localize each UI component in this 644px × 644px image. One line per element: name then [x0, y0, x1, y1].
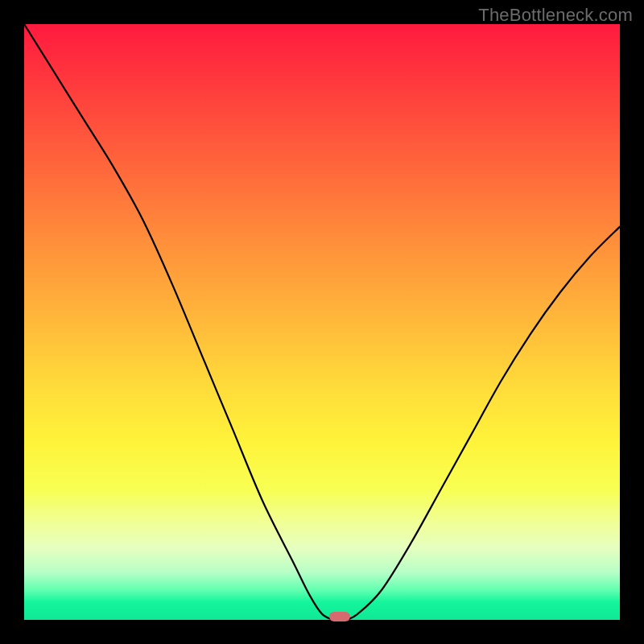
min-marker — [329, 612, 350, 621]
bottleneck-curve-path — [24, 24, 620, 620]
chart-frame: TheBottleneck.com — [0, 0, 644, 644]
watermark-text: TheBottleneck.com — [478, 5, 633, 26]
plot-area — [24, 24, 620, 620]
curve-svg — [24, 24, 620, 620]
